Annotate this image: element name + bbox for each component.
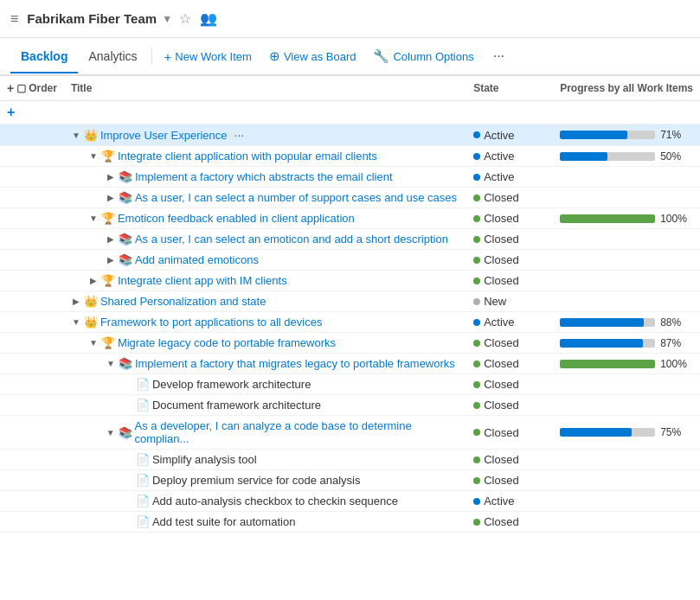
table-row[interactable]: 📄 Deploy premium service for code analys… [0,470,700,491]
work-item-title[interactable]: Integrate client application with popula… [118,150,377,163]
th-add-icon[interactable]: + [7,81,14,95]
progress-td: 71% [553,124,700,146]
table-row[interactable]: 📄 Add test suite for automation Closed [0,512,700,533]
expand-arrow[interactable]: ▶ [106,234,116,244]
add-row[interactable]: + [0,101,700,124]
state-td: Closed [466,250,553,271]
title-cell: ▶ 👑 Shared Personalization and state [64,291,466,312]
tab-backlog[interactable]: Backlog [10,41,78,73]
work-item-title[interactable]: Shared Personalization and state [100,295,267,308]
state-cell: Closed [473,253,546,266]
people-icon[interactable]: 👥 [200,10,217,27]
order-cell [0,291,64,312]
expand-arrow[interactable]: ▶ [88,276,99,285]
work-item-title[interactable]: As a user, I can select an emoticon and … [135,233,448,246]
table-row[interactable]: ▼ 📚 Implement a factory that migrates le… [0,354,700,374]
collapse-arrow[interactable]: ▼ [106,428,116,437]
work-item-title[interactable]: As a user, I can select a number of supp… [135,191,457,204]
collapse-arrow[interactable]: ▼ [88,338,99,348]
state-td: Closed [466,416,553,450]
table-row[interactable]: ▼ 👑 Improve User Experience ··· Active 7… [0,124,700,146]
th-progress-label: Progress by all Work Items [560,82,693,94]
table-row[interactable]: ▼ 📚 As a developer, I can analyze a code… [0,416,700,450]
collapse-arrow[interactable]: ▼ [71,131,81,140]
progress-cell: 71% [560,129,693,141]
state-label: Closed [484,474,518,487]
work-item-title[interactable]: Integrate client app with IM clients [118,274,287,287]
work-item-title[interactable]: Add animated emoticons [135,253,259,266]
row-more-button[interactable]: ··· [234,128,245,142]
collapse-arrow[interactable]: ▼ [88,151,99,161]
th-check-icon[interactable]: ▢ [16,82,26,94]
expand-arrow[interactable]: ▶ [71,297,81,306]
table-row[interactable]: ▶ 📚 As a user, I can select a number of … [0,188,700,208]
table-row[interactable]: ▶ 🏆 Integrate client app with IM clients… [0,271,700,291]
work-item-title[interactable]: Improve User Experience [100,129,228,142]
table-row[interactable]: 📄 Simplify analysis tool Closed [0,450,700,470]
state-td: Active [466,167,553,188]
new-work-item-button[interactable]: + New Work Item [156,44,260,69]
progress-cell: 50% [560,150,693,163]
order-cell [0,124,64,146]
title-cell: ▼ 📚 As a developer, I can analyze a code… [64,416,466,450]
story-icon: 📚 [119,233,132,246]
collapse-arrow[interactable]: ▼ [71,317,81,327]
work-item-title[interactable]: Develop framework architecture [152,378,311,391]
table-row[interactable]: ▶ 👑 Shared Personalization and state New [0,291,700,312]
table-row[interactable]: ▼ 🏆 Integrate client application with po… [0,146,700,167]
table-row[interactable]: ▶ 📚 Add animated emoticons Closed [0,250,700,271]
expand-arrow[interactable]: ▶ [106,193,116,202]
state-cell: Closed [473,474,546,487]
table-row[interactable]: 📄 Add auto-analysis checkbox to checkin … [0,491,700,512]
state-label: Closed [484,357,518,370]
state-cell: Closed [473,453,546,466]
table-row[interactable]: ▶ 📚 As a user, I can select an emoticon … [0,229,700,250]
state-cell: Closed [473,274,546,287]
column-options-button[interactable]: 🔧 Column Options [364,43,482,69]
progress-td [553,167,700,188]
table-row[interactable]: 📄 Document framework architecture Closed [0,395,700,416]
work-item-title[interactable]: Implement a factory that migrates legacy… [135,357,455,370]
team-chevron-icon[interactable]: ▼ [162,13,172,25]
state-cell: Closed [473,378,546,391]
task-icon: 📄 [137,399,149,412]
title-cell: ▼ 🏆 Integrate client application with po… [64,146,466,167]
state-dot [473,215,480,222]
hamburger-icon[interactable]: ≡ [10,11,18,27]
view-as-board-button[interactable]: ⊕ View as Board [260,43,365,69]
work-item-title[interactable]: Add test suite for automation [152,515,295,528]
expand-arrow[interactable]: ▶ [106,255,116,265]
state-label: Closed [484,191,518,204]
order-cell [0,470,64,491]
th-state-label: State [473,82,498,94]
work-item-title[interactable]: As a developer, I can analyze a code bas… [135,419,460,445]
more-actions-button[interactable]: ··· [486,43,511,69]
work-item-title[interactable]: Document framework architecture [152,399,321,412]
state-td: Closed [466,450,553,470]
work-item-title[interactable]: Add auto-analysis checkbox to checkin se… [152,495,398,507]
title-cell: ▶ 📚 Implement a factory which abstracts … [64,167,466,188]
state-label: Closed [484,336,518,349]
work-item-title[interactable]: Migrate legacy code to portable framewor… [118,336,336,349]
table-row[interactable]: 📄 Develop framework architecture Closed [0,374,700,395]
star-icon[interactable]: ☆ [179,10,191,27]
table-row[interactable]: ▶ 📚 Implement a factory which abstracts … [0,167,700,188]
table-row[interactable]: ▼ 🏆 Migrate legacy code to portable fram… [0,333,700,354]
add-cell[interactable]: + [0,101,700,124]
table-row[interactable]: ▼ 👑 Framework to port applications to al… [0,312,700,333]
progress-label: 100% [660,213,687,225]
task-icon: 📄 [137,454,149,466]
expand-arrow[interactable]: ▶ [106,172,116,182]
table-row[interactable]: ▼ 🏆 Emoticon feedback enabled in client … [0,208,700,229]
work-item-title[interactable]: Framework to port applications to all de… [100,316,323,329]
work-item-title[interactable]: Deploy premium service for code analysis [152,474,361,487]
add-icon[interactable]: + [7,105,15,119]
state-td: Closed [466,188,553,208]
tab-analytics[interactable]: Analytics [78,41,147,73]
collapse-arrow[interactable]: ▼ [106,359,116,368]
team-name-label[interactable]: Fabrikam Fiber Team [27,11,157,26]
work-item-title[interactable]: Simplify analysis tool [152,453,257,466]
work-item-title[interactable]: Emoticon feedback enabled in client appl… [118,212,355,225]
work-item-title[interactable]: Implement a factory which abstracts the … [135,170,393,183]
collapse-arrow[interactable]: ▼ [88,214,99,223]
